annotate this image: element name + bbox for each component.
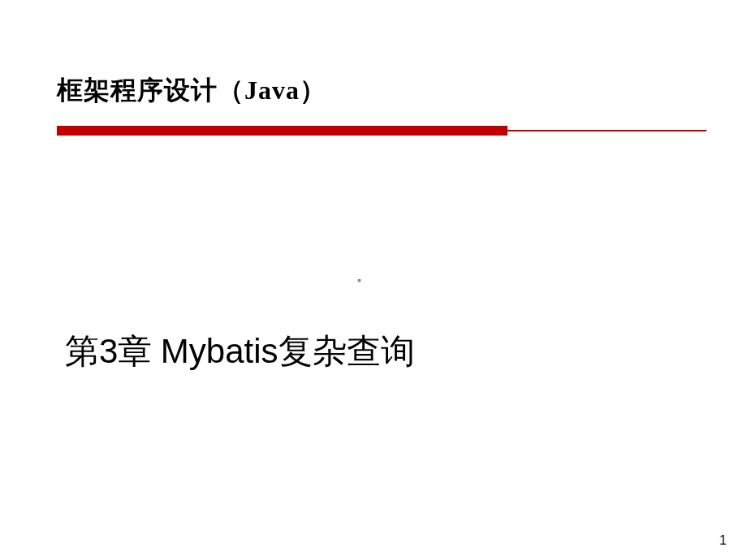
center-mark: ▪ xyxy=(357,274,361,287)
slide-container: 框架程序设计（Java） ▪ 第3章 Mybatis复杂查询 1 xyxy=(0,0,747,560)
chapter-prefix: 第 xyxy=(65,333,99,370)
chapter-suffix: 章 xyxy=(118,333,161,370)
divider-thick-line xyxy=(57,126,507,136)
chapter-name-english: Mybatis xyxy=(161,332,279,370)
chapter-title: 第3章 Mybatis复杂查询 xyxy=(65,329,415,374)
header-title: 框架程序设计（Java） xyxy=(57,73,326,109)
chapter-name-chinese: 复杂查询 xyxy=(279,333,415,370)
chapter-number: 3 xyxy=(99,332,118,370)
divider xyxy=(57,126,706,136)
page-number: 1 xyxy=(719,533,727,548)
